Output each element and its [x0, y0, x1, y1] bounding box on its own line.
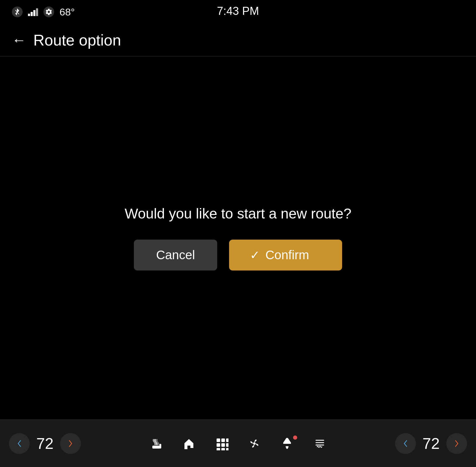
bluetooth-icon	[12, 7, 23, 17]
notification-badge	[293, 435, 297, 440]
svg-point-11	[253, 442, 256, 445]
status-temperature: 68°	[60, 6, 75, 18]
svg-rect-2	[217, 438, 220, 442]
page-title: Route option	[33, 31, 121, 49]
left-temp-increase-button[interactable]	[60, 433, 81, 454]
svg-rect-9	[221, 448, 225, 450]
svg-rect-6	[226, 438, 228, 442]
right-temp-value: 72	[421, 435, 441, 452]
back-button[interactable]: ←	[12, 32, 26, 48]
dialog-question: Would you like to start a new route?	[125, 205, 351, 222]
seat-heat-left-icon[interactable]	[147, 437, 165, 450]
svg-rect-10	[226, 448, 228, 450]
right-temp-increase-button[interactable]	[446, 433, 467, 454]
bottom-center-icons	[147, 437, 329, 450]
right-temp-control: 72	[395, 433, 467, 454]
confirm-label: Confirm	[265, 248, 309, 262]
fan-icon[interactable]	[245, 437, 263, 450]
right-temp-decrease-button[interactable]	[395, 433, 416, 454]
home-icon[interactable]	[180, 437, 198, 450]
svg-rect-1	[159, 444, 161, 449]
svg-point-14	[286, 447, 288, 449]
settings-icon	[43, 7, 54, 17]
cancel-button[interactable]: Cancel	[134, 240, 217, 271]
check-icon: ✓	[250, 248, 260, 262]
notification-icon[interactable]	[278, 437, 296, 450]
dialog-buttons: Cancel ✓ Confirm	[134, 240, 342, 271]
signal-icon	[28, 8, 38, 16]
svg-rect-8	[217, 448, 220, 450]
bottom-bar: 72	[0, 419, 476, 467]
grid-icon[interactable]	[213, 437, 231, 450]
status-time: 7:43 PM	[217, 5, 259, 18]
status-bar-left: 68°	[12, 6, 75, 18]
rear-heat-icon[interactable]	[311, 437, 329, 450]
svg-rect-7	[226, 443, 228, 447]
svg-rect-3	[221, 438, 225, 442]
svg-rect-5	[221, 443, 225, 447]
left-temp-decrease-button[interactable]	[9, 433, 30, 454]
main-content: Would you like to start a new route? Can…	[0, 56, 476, 419]
svg-rect-0	[152, 446, 160, 449]
confirm-button[interactable]: ✓ Confirm	[229, 240, 342, 271]
svg-rect-4	[217, 443, 220, 447]
header: ← Route option	[0, 24, 476, 56]
left-temp-value: 72	[35, 435, 55, 452]
status-bar: 68° 7:43 PM	[0, 0, 476, 24]
left-temp-control: 72	[9, 433, 81, 454]
